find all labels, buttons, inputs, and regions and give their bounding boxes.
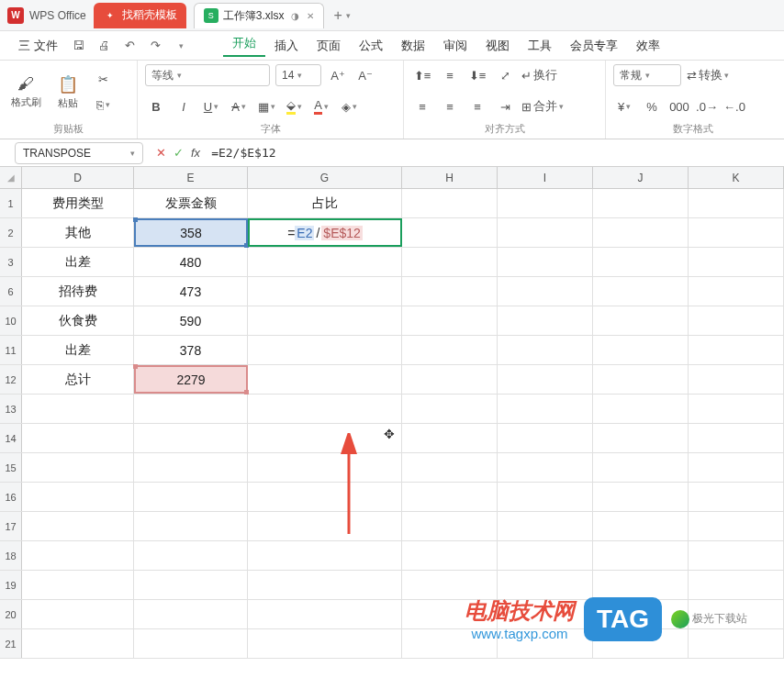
cell[interactable] (498, 541, 593, 570)
tab-data[interactable]: 数据 (392, 38, 434, 54)
align-bottom-button[interactable]: ⬇≡ (466, 64, 488, 86)
tab-templates[interactable]: ✦ 找稻壳模板 (94, 3, 186, 28)
paste-button[interactable]: 📋粘贴 (50, 71, 86, 113)
cell[interactable] (134, 395, 248, 423)
cell[interactable] (593, 306, 689, 335)
tab-tools[interactable]: 工具 (519, 38, 561, 54)
row-header[interactable]: 16 (0, 483, 22, 511)
bold-button[interactable]: B (145, 95, 167, 117)
fx-icon[interactable]: fx (191, 146, 200, 160)
name-box[interactable]: TRANSPOSE▾ (15, 142, 143, 164)
font-size-select[interactable]: 14▾ (275, 64, 321, 86)
cell[interactable] (689, 395, 784, 423)
cell[interactable] (22, 512, 134, 540)
cell[interactable] (402, 395, 498, 423)
tab-review[interactable]: 审阅 (434, 38, 476, 54)
font-name-select[interactable]: 等线▾ (145, 64, 270, 86)
cell[interactable] (22, 600, 134, 628)
cell[interactable] (689, 218, 784, 247)
tab-home[interactable]: 开始 (223, 35, 265, 57)
comma-button[interactable]: 000 (668, 95, 690, 117)
cell[interactable] (402, 571, 498, 599)
cell[interactable]: 费用类型 (22, 189, 134, 217)
cell[interactable] (689, 483, 784, 511)
row-header[interactable]: 21 (0, 629, 22, 658)
row-header[interactable]: 12 (0, 365, 22, 394)
tab-formula[interactable]: 公式 (350, 38, 392, 54)
cell[interactable] (593, 336, 689, 364)
tab-close-icon[interactable]: ✕ (307, 11, 314, 21)
col-header[interactable]: G (248, 167, 402, 188)
cell[interactable] (402, 218, 498, 247)
cell[interactable] (498, 571, 593, 599)
tab-workbook[interactable]: S 工作簿3.xlsx ◑ ✕ (194, 3, 325, 28)
save-icon[interactable]: 🖫 (67, 34, 91, 58)
cell[interactable] (22, 629, 134, 658)
cell[interactable]: 473 (134, 277, 248, 306)
cell[interactable] (248, 395, 402, 423)
cell[interactable]: 480 (134, 248, 248, 276)
row-header[interactable]: 2 (0, 218, 22, 247)
row-header[interactable]: 17 (0, 512, 22, 540)
font-shrink-button[interactable]: A⁻ (354, 64, 376, 86)
cell[interactable]: 其他 (22, 218, 134, 247)
row-header[interactable]: 13 (0, 395, 22, 423)
cell[interactable] (689, 512, 784, 540)
fill-color-button[interactable]: ⬙▾ (283, 95, 305, 117)
cell[interactable]: = E2 / $E$12 (248, 218, 402, 247)
format-painter-button[interactable]: 🖌格式刷 (7, 71, 44, 113)
cell[interactable] (593, 277, 689, 306)
cell[interactable] (134, 483, 248, 511)
cell[interactable] (593, 453, 689, 482)
cell[interactable] (498, 453, 593, 482)
cancel-formula-button[interactable]: ✕ (156, 146, 166, 160)
cell[interactable] (22, 395, 134, 423)
cell[interactable] (22, 424, 134, 452)
cell[interactable] (248, 424, 402, 452)
underline-button[interactable]: U▾ (200, 95, 222, 117)
cell[interactable] (402, 541, 498, 570)
cell[interactable] (593, 248, 689, 276)
cell[interactable] (593, 541, 689, 570)
tab-efficiency[interactable]: 效率 (627, 38, 669, 54)
tab-page[interactable]: 页面 (308, 38, 350, 54)
cell[interactable] (134, 512, 248, 540)
copy-button[interactable]: ⎘▾ (92, 94, 114, 116)
cell[interactable] (689, 365, 784, 394)
row-header[interactable]: 3 (0, 248, 22, 276)
cell[interactable] (248, 277, 402, 306)
orientation-button[interactable]: ⤢ (494, 64, 516, 86)
cell[interactable]: 出差 (22, 248, 134, 276)
cell[interactable]: 招待费 (22, 277, 134, 306)
new-tab-button[interactable]: + (333, 7, 342, 24)
cell[interactable] (689, 248, 784, 276)
cell[interactable] (248, 541, 402, 570)
cell[interactable] (498, 395, 593, 423)
align-center-button[interactable]: ≡ (439, 95, 461, 117)
cell[interactable] (498, 483, 593, 511)
cell[interactable] (689, 277, 784, 306)
cell[interactable] (593, 365, 689, 394)
select-all-corner[interactable]: ◢ (0, 167, 22, 188)
cell[interactable] (248, 571, 402, 599)
cell[interactable] (498, 189, 593, 217)
cell[interactable] (134, 424, 248, 452)
tab-view[interactable]: 视图 (476, 38, 519, 54)
style-button[interactable]: ◈▾ (338, 95, 360, 117)
cell[interactable]: 总计 (22, 365, 134, 394)
cell[interactable] (593, 218, 689, 247)
cell[interactable] (248, 512, 402, 540)
cell[interactable] (689, 424, 784, 452)
cell[interactable] (248, 336, 402, 364)
align-middle-button[interactable]: ≡ (439, 64, 461, 86)
row-header[interactable]: 19 (0, 571, 22, 599)
cell[interactable] (134, 453, 248, 482)
cell[interactable] (134, 600, 248, 628)
row-header[interactable]: 11 (0, 336, 22, 364)
align-left-button[interactable]: ≡ (411, 95, 433, 117)
cell[interactable] (402, 277, 498, 306)
spreadsheet-grid[interactable]: ◢ D E G H I J K 1费用类型发票金额占比2其他358= E2 / … (0, 167, 784, 659)
cell[interactable] (498, 424, 593, 452)
cell[interactable] (402, 189, 498, 217)
cell[interactable] (498, 512, 593, 540)
